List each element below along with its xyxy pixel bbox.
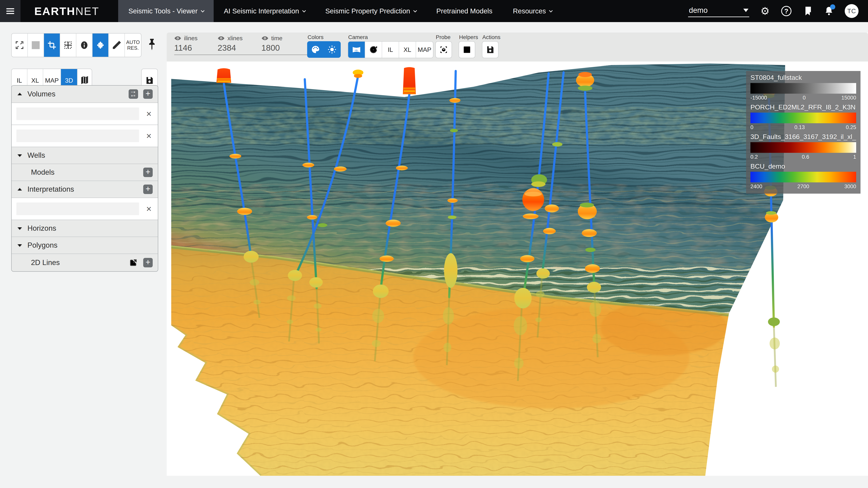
- tick-mid: 0.13: [795, 124, 805, 131]
- add-model-button[interactable]: +: [143, 168, 153, 177]
- slice-grid-button[interactable]: [60, 34, 76, 57]
- pin-icon: [146, 38, 157, 52]
- eye-icon: [174, 36, 181, 41]
- panorama-icon: [352, 45, 361, 54]
- ilines-label: ilines: [184, 35, 197, 42]
- help-button[interactable]: ?: [781, 5, 792, 17]
- notifications-button[interactable]: [824, 5, 834, 17]
- viewer-toolbar: ilines 1146 xlines 2384 time 1800 Colors: [167, 33, 868, 62]
- volume-math-button[interactable]: −×+=: [129, 89, 138, 99]
- interpretation-select-input[interactable]: [17, 202, 139, 215]
- probe-group-label: Probe: [436, 34, 451, 40]
- bookmark-icon: [803, 6, 812, 16]
- settings-button[interactable]: ⚙: [760, 5, 771, 17]
- main-menu: Seismic Tools - Viewer AI Seismic Interp…: [118, 0, 562, 22]
- point-cloud-icon: [96, 41, 105, 50]
- navbar-right: demo ⚙ ? TC: [688, 0, 868, 22]
- section-wells[interactable]: Wells: [12, 147, 158, 164]
- camera-il-button[interactable]: IL: [382, 42, 399, 58]
- legend-name: BCU_demo: [750, 162, 856, 170]
- docs-button[interactable]: [802, 5, 813, 17]
- fit-view-button[interactable]: [12, 34, 28, 57]
- legend-entry: PORCH_ED2ML2_RFR_I8_2_K3N... 0 0.13 0.25: [750, 103, 856, 131]
- remove-volume-button[interactable]: ×: [145, 109, 153, 118]
- brightness-button[interactable]: [324, 45, 340, 54]
- palette-button[interactable]: [307, 45, 324, 54]
- add-2d-line-button[interactable]: +: [143, 258, 153, 267]
- logo-light: NET: [75, 5, 99, 18]
- volume-row: ×: [12, 103, 158, 125]
- section-polygons[interactable]: Polygons: [12, 237, 158, 254]
- seismic-3d-scene[interactable]: ST0804_fullstack -15000 0 15000 PORCH_ED…: [167, 62, 868, 476]
- folded-map-icon: [80, 76, 89, 85]
- project-select[interactable]: demo: [688, 5, 749, 17]
- swatch-button[interactable]: [28, 34, 44, 57]
- xlines-value[interactable]: 2384: [218, 43, 267, 53]
- add-volume-button[interactable]: +: [143, 89, 153, 99]
- eye-icon: [218, 36, 225, 41]
- logo-bold: EARTH: [34, 5, 75, 18]
- section-horizons[interactable]: Horizons: [12, 220, 158, 237]
- colorbar-legend: ST0804_fullstack -15000 0 15000 PORCH_ED…: [746, 71, 861, 194]
- menu-ai-seismic-interpretation[interactable]: AI Seismic Interpretation: [214, 0, 315, 22]
- save-scene-button[interactable]: [482, 41, 498, 58]
- open-2d-lines-button[interactable]: [129, 258, 138, 267]
- menu-seismic-property-prediction[interactable]: Seismic Property Prediction: [315, 0, 426, 22]
- viewer-panel: ilines 1146 xlines 2384 time 1800 Colors: [167, 33, 868, 476]
- user-avatar[interactable]: TC: [845, 4, 859, 18]
- earthnet-app: EARTHNET Seismic Tools - Viewer AI Seism…: [0, 0, 868, 488]
- menu-resources[interactable]: Resources: [503, 0, 562, 22]
- tick-min: 0: [750, 124, 753, 131]
- add-interpretation-button[interactable]: +: [143, 185, 153, 194]
- volume-select-input[interactable]: [17, 107, 139, 120]
- pin-panel-button[interactable]: [146, 38, 157, 52]
- picker-button[interactable]: [109, 34, 125, 57]
- chevron-up-icon: [17, 92, 23, 96]
- helpers-button[interactable]: [459, 41, 475, 58]
- menu-pretrained-models[interactable]: Pretrained Models: [426, 0, 503, 22]
- chevron-up-icon: [17, 187, 23, 191]
- gear-icon: ⚙: [761, 6, 770, 16]
- legend-name: ST0804_fullstack: [750, 74, 856, 82]
- crop-button[interactable]: [44, 34, 60, 57]
- remove-volume-button[interactable]: ×: [145, 131, 153, 140]
- crop-icon: [48, 41, 56, 50]
- ilines-field: ilines 1146: [174, 35, 223, 55]
- legend-entry: BCU_demo 2400 2700 3000: [750, 162, 856, 190]
- time-value[interactable]: 1800: [261, 43, 311, 53]
- point-cloud-button[interactable]: [93, 34, 109, 57]
- camera-perspective-button[interactable]: [348, 42, 365, 58]
- time-label: time: [271, 35, 282, 42]
- colorbar-jet: [750, 112, 856, 123]
- section-volumes[interactable]: Volumes −×+= +: [12, 86, 158, 103]
- camera-reset-rotation-button[interactable]: [365, 42, 382, 58]
- select-arrow-icon: [743, 9, 748, 12]
- volume-row: ×: [12, 125, 158, 147]
- colors-group: [307, 41, 341, 58]
- eye-icon: [261, 36, 269, 41]
- rotate-icon: [369, 45, 378, 54]
- auto-res-button[interactable]: AUTORES.: [125, 34, 141, 57]
- hamburger-menu-button[interactable]: [0, 0, 21, 22]
- chevron-down-icon: [201, 9, 205, 12]
- section-models[interactable]: Models +: [12, 164, 158, 181]
- project-select-value: demo: [689, 6, 708, 14]
- helpers-group-label: Helpers: [459, 34, 478, 40]
- remove-interpretation-button[interactable]: ×: [145, 204, 153, 213]
- camera-group-label: Camera: [348, 34, 368, 40]
- menu-seismic-tools-viewer[interactable]: Seismic Tools - Viewer: [118, 0, 214, 22]
- ilines-value[interactable]: 1146: [174, 43, 223, 53]
- probe-button[interactable]: [435, 41, 452, 58]
- camera-xl-button[interactable]: XL: [399, 42, 416, 58]
- tick-max: 3000: [844, 184, 856, 190]
- section-interpretations[interactable]: Interpretations +: [12, 181, 158, 198]
- app-logo[interactable]: EARTHNET: [21, 0, 118, 22]
- navbar: EARTHNET Seismic Tools - Viewer AI Seism…: [0, 0, 868, 22]
- display-toolbar: AUTORES.: [11, 33, 142, 57]
- tick-max: 15000: [841, 95, 856, 101]
- section-2d-lines[interactable]: 2D Lines +: [12, 254, 158, 271]
- volume-select-input[interactable]: [17, 130, 139, 142]
- info-button[interactable]: [76, 34, 93, 57]
- info-icon: [80, 41, 89, 50]
- camera-map-button[interactable]: MAP: [416, 42, 433, 58]
